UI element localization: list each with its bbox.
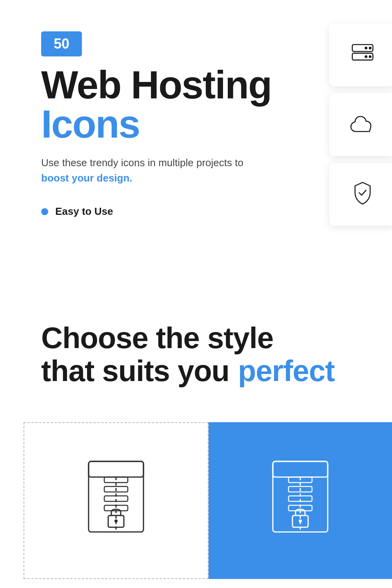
server-icon — [349, 41, 376, 69]
choose-title-line2-static: that suits you — [41, 354, 229, 387]
svg-point-14 — [114, 519, 118, 523]
cloud-icon — [349, 111, 376, 138]
svg-point-23 — [299, 519, 302, 523]
shield-icon — [349, 181, 376, 208]
style-comparison-section — [0, 422, 392, 579]
choose-title-line1: Choose the style — [41, 321, 368, 354]
svg-rect-16 — [273, 461, 328, 477]
archive-outline-icon — [77, 454, 155, 548]
svg-point-5 — [365, 55, 367, 58]
hero-description-text: Use these trendy icons in multiple proje… — [41, 157, 243, 169]
bullet-dot-icon — [41, 208, 48, 215]
preview-cards — [329, 24, 392, 226]
style-outline-panel — [24, 422, 209, 579]
archive-filled-icon — [261, 454, 339, 548]
svg-point-4 — [365, 47, 367, 49]
outline-icon-wrap — [77, 454, 155, 548]
preview-card-1 — [329, 24, 392, 86]
svg-rect-7 — [89, 461, 143, 477]
svg-point-3 — [369, 55, 372, 58]
preview-card-2 — [329, 93, 392, 156]
svg-point-2 — [369, 47, 372, 49]
badge-number: 50 — [41, 31, 82, 56]
hero-section: 50 Web Hosting Icons Use these trendy ic… — [0, 0, 392, 298]
style-filled-panel — [209, 422, 392, 579]
filled-icon-wrap — [261, 454, 339, 548]
preview-card-3 — [329, 163, 392, 226]
bullet-label: Easy to Use — [55, 205, 113, 218]
choose-section: Choose the style that suits you perfect — [0, 298, 392, 410]
choose-title-line2-row: that suits you perfect — [41, 354, 368, 387]
hero-description: Use these trendy icons in multiple proje… — [41, 155, 269, 186]
choose-title-line2-blue: perfect — [238, 354, 334, 387]
hero-description-link[interactable]: boost your design. — [41, 172, 132, 184]
